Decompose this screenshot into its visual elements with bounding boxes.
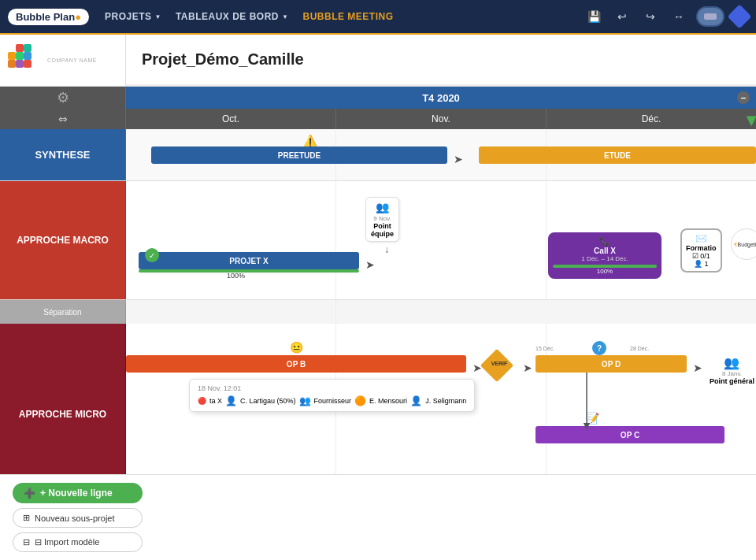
info-popup[interactable]: 18 Nov. 12:01 🔴 ta X 👤 C. Lartigau (50%)… [189,379,475,412]
quarter-bar: T4 2020 – ▼ [126,87,756,109]
chevron-down-icon: ▼ [282,13,288,20]
nouveau-sous-projet-button[interactable]: ⊞ Nouveau sous-projet [13,508,143,528]
popup-person-icon-4: 👤 [410,395,422,406]
team-label: Point [371,222,394,230]
arrow-opb-icon: ➤ [472,362,482,374]
opb-label: OP B [287,360,306,369]
check-circle-icon: ✓ [145,248,159,262]
team-meeting-bubble[interactable]: 👥 9 Nov. Point équipe [365,197,399,242]
approche-macro-label: APPROCHE MACRO [0,181,126,299]
team-general-icon: 👥 [710,355,754,370]
point-label: Point général [710,377,754,385]
formation-box[interactable]: ✉️ Formatio ☑ 0/1 👤 1 [680,228,722,273]
projet-x-label: PROJET X [229,257,268,265]
synthese-label: SYNTHESE [0,129,126,180]
quarter-label: T4 2020 [422,92,460,104]
company-info: COMPANY NAME [47,57,97,63]
approche-micro-row: APPROCHE MICRO OP B 😐 ➤ VERIF ➤ [0,324,756,474]
undo-button[interactable]: ↩ [611,6,633,28]
arrow-macro-icon: ➤ [365,258,375,271]
approche-micro-label: APPROCHE MICRO [0,324,126,474]
opd-date-start: 15 Déc. [536,346,554,351]
popup-person-icon-3: 🟠 [354,395,366,406]
popup-icon-1: 🔴 [198,397,206,405]
opb-bar[interactable]: OP B [126,355,466,373]
popup-person-icon-2: 👥 [299,395,311,406]
app-body: COMPANY NAME Projet_Démo_Camille ⚙ T4 20… [0,35,756,560]
approche-micro-content: OP B 😐 ➤ VERIF ➤ OP D ? 15 Déc. [126,324,756,474]
connector-svg [567,371,614,434]
months-row: ⇔ Oct. Nov. Déc. [0,109,756,129]
nouvelle-ligne-button[interactable]: ➕ + Nouvelle ligne [13,483,143,503]
toolbar: 💾 ↩ ↪ ↔ [583,6,748,28]
callx-progress-label: 100% [553,268,657,275]
formation-person: 👤 1 [686,260,717,268]
edit-icon: 📝 [586,412,599,425]
nav-tableaux[interactable]: TABLEAUX DE BORD ▼ [176,11,289,22]
synthese-row: SYNTHESE ⚠️ PREETUDE ➤ ETUDE [0,129,756,181]
gear-icon[interactable]: ⚙ [57,89,69,106]
month-dec: Déc. [547,109,756,129]
import-icon: ⊟ [23,537,30,547]
nouveau-sous-projet-label: Nouveau sous-projet [35,514,115,523]
budget-bubble[interactable]: €Budgetis [731,228,756,260]
callx-label: Call X [553,247,657,255]
projet-x-progress [139,269,359,273]
approche-macro-row: APPROCHE MACRO PROJET X 100% ✓ ➤ [0,181,756,300]
import-modele-label: ⊟ Import modèle [35,537,99,547]
opc-bar[interactable]: OP C [536,426,724,443]
formation-checkbox: ☑ 0/1 [686,252,717,260]
popup-person-icon-1: 👤 [225,395,237,406]
settings-cell: ⚙ [0,87,126,109]
nouvelle-ligne-label: + Nouvelle ligne [40,488,113,499]
arrow-opd-icon: ➤ [693,362,702,374]
team-label2: équipe [371,230,394,238]
swap-icon: ⇔ [58,113,68,125]
project-title: Projet_Démo_Camille [142,50,304,69]
projet-x-bar[interactable]: PROJET X [139,252,359,269]
green-arrow-indicator: ▼ [743,110,756,131]
opd-date-end: 28 Déc. [630,346,649,351]
popup-person-2: C. Lartigau (50%) [240,397,296,405]
quarter-row: ⚙ T4 2020 – ▼ [0,87,756,109]
sep-grid-1 [335,300,336,324]
arrow-right-icon: ➤ [454,153,463,165]
expand-button[interactable]: ↔ [668,6,690,28]
bottom-buttons: ➕ + Nouvelle ligne ⊞ Nouveau sous-projet… [0,474,756,560]
view-toggle[interactable] [696,6,724,27]
budget-label: Budgetis [738,242,756,247]
redo-button[interactable]: ↪ [639,6,662,28]
save-button[interactable]: 💾 [583,6,605,28]
separation-content [126,300,756,324]
arrow-verif-icon: ➤ [523,362,532,374]
callx-box[interactable]: 📞 Call X 1 Déc. – 14 Déc. 100% [548,232,662,279]
preetude-bar[interactable]: PREETUDE [151,146,447,164]
question-icon: ? [592,341,606,355]
logo[interactable]: Bubble Plan● [8,9,89,25]
opd-label: OP D [602,360,621,369]
grid-icon: ⊞ [23,513,30,523]
nav-projets[interactable]: PROJETS ▼ [105,11,161,22]
gantt-rows-container: SYNTHESE ⚠️ PREETUDE ➤ ETUDE [0,129,756,474]
import-modele-button[interactable]: ⊟ ⊟ Import modèle [13,532,143,552]
diamond-button[interactable] [727,4,751,28]
etude-label: ETUDE [604,151,631,160]
project-title-area: Projet_Démo_Camille [126,35,756,86]
popup-time: 18 Nov. 12:01 [198,384,466,392]
point-date: 8 Janv. [710,370,754,377]
nav-bubble-meeting[interactable]: BUBBLE MEETING [302,11,393,22]
collapse-button[interactable]: – [737,91,750,104]
opd-bar[interactable]: OP D [536,355,687,373]
point-general-bubble[interactable]: 👥 8 Janv. Point général [710,355,754,385]
approche-macro-content: PROJET X 100% ✓ ➤ 👥 9 Nov. Point équipe [126,181,756,299]
months-content: Oct. Nov. Déc. [126,109,756,129]
etude-bar[interactable]: ETUDE [479,146,756,164]
timeline-header: ⚙ T4 2020 – ▼ ⇔ Oct. Nov. Déc. [0,87,756,129]
verif-label: VERIF [488,361,510,366]
popup-person-3: Fournisseur [314,397,352,405]
team-date: 9 Nov. [371,215,394,222]
approche-macro-label-text: APPROCHE MACRO [17,234,109,247]
plus-icon: ➕ [24,488,35,499]
month-oct: Oct. [126,109,336,129]
toggle-slider [704,13,717,20]
